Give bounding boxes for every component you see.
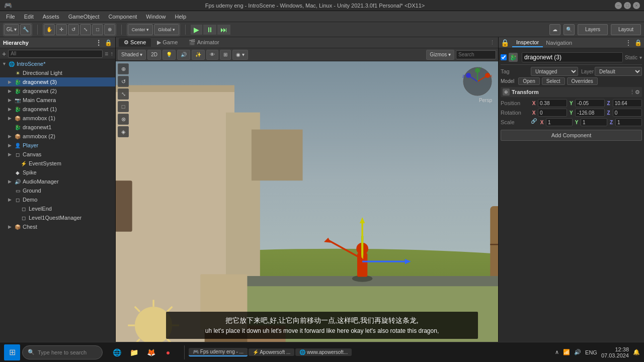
tray-network[interactable]: 📶 <box>563 349 570 355</box>
hierarchy-sort-btn[interactable]: ↑ <box>110 50 113 57</box>
tray-arrow[interactable]: ∧ <box>555 349 559 355</box>
tree-item-ammobox2[interactable]: ▶ 📦 ammobox (2) <box>0 132 115 141</box>
tree-item-levelend[interactable]: ◻ LevelEnd <box>0 204 115 213</box>
hierarchy-lock-btn[interactable]: 🔒 <box>105 39 112 46</box>
scene-search[interactable] <box>456 50 496 59</box>
tree-item-introscene[interactable]: ▼ 🌐 IntroScene* <box>0 59 115 68</box>
transform-header[interactable]: ⊕ Transform ⋮ ⚙ <box>501 87 642 97</box>
tray-notification[interactable]: 🔔 <box>633 349 640 355</box>
object-active-checkbox[interactable] <box>501 54 507 60</box>
add-gameobject-btn[interactable]: + <box>2 50 6 58</box>
tab-scene[interactable]: ⚙ Scene <box>119 38 151 47</box>
taskbar-web-item[interactable]: 🌐 www.apowersoft... <box>295 348 352 356</box>
tool-icon-3[interactable]: ⤡ <box>118 88 129 100</box>
minimize-button[interactable]: – <box>615 2 622 9</box>
layers-btn[interactable]: Layers <box>578 24 608 35</box>
scale-z-value[interactable]: 1 <box>615 118 642 126</box>
tool-icon-6[interactable]: ◈ <box>118 126 129 137</box>
hand-tool[interactable]: ✋ <box>44 24 55 35</box>
menu-gameobject[interactable]: GameObject <box>64 13 104 21</box>
effects-btn[interactable]: ✨ <box>192 50 205 60</box>
scale-tool[interactable]: ⤡ <box>80 24 91 35</box>
tab-inspector[interactable]: Inspector <box>512 38 543 47</box>
select-btn[interactable]: Select <box>542 77 565 85</box>
transform-settings[interactable]: ⚙ <box>635 89 640 96</box>
static-arrow[interactable]: ▾ <box>639 55 642 60</box>
hierarchy-menu-btn[interactable]: ⋮ <box>96 39 102 46</box>
taskbar-chrome[interactable]: 🌐 <box>109 344 125 360</box>
tab-game[interactable]: ▶ Game <box>152 38 183 47</box>
global-btn[interactable]: Global ▾ <box>154 24 179 35</box>
gizmos-btn[interactable]: Gizmos ▾ <box>426 50 454 60</box>
tree-item-ammobox1[interactable]: ▶ 📦 ammobox (1) <box>0 114 115 123</box>
move-tool[interactable]: ✛ <box>56 24 67 35</box>
tree-item-dragonewt1[interactable]: ▶ 🐉 dragonewt (1) <box>0 105 115 114</box>
menu-file[interactable]: File <box>2 13 19 21</box>
view2d-btn[interactable]: 2D <box>147 50 161 60</box>
grid-btn[interactable]: ⊞ <box>220 50 231 60</box>
scale-x-value[interactable]: 1 <box>546 118 573 126</box>
rect-tool[interactable]: □ <box>92 24 103 35</box>
tree-item-level1quest[interactable]: ◻ Level1QuestManager <box>0 213 115 222</box>
menu-help[interactable]: Help <box>171 13 190 21</box>
hierarchy-search[interactable] <box>8 50 103 58</box>
pos-x-value[interactable]: 0.38 <box>538 99 567 107</box>
collab-btn[interactable]: ☁ <box>549 24 560 35</box>
open-btn[interactable]: Open <box>518 77 539 85</box>
tree-item-canvas[interactable]: ▶ ◻ Canvas <box>0 150 115 159</box>
tree-item-dragonewt2[interactable]: ▶ 🐉 dragonewt (2) <box>0 86 115 96</box>
tab-navigation[interactable]: Navigation <box>546 40 572 46</box>
scale-y-value[interactable]: 1 <box>581 118 607 126</box>
taskbar-unity-item[interactable]: 🎮 Fps udemy eng - ... <box>189 348 248 356</box>
tree-item-ground[interactable]: ▭ Ground <box>0 186 115 195</box>
inspector-settings-btn[interactable]: 🔒 <box>634 39 642 46</box>
taskbar-app1[interactable]: ● <box>160 344 176 360</box>
tag-dropdown[interactable]: Untagged <box>531 67 578 76</box>
menu-window[interactable]: Window <box>142 13 170 21</box>
tree-item-demo[interactable]: ▶ ◻ Demo <box>0 195 115 204</box>
light-btn[interactable]: 💡 <box>163 50 176 60</box>
tool-icon-1[interactable]: ⊕ <box>118 63 129 74</box>
pos-z-value[interactable]: 10.64 <box>613 99 642 107</box>
tool-icon-2[interactable]: ↺ <box>118 76 129 87</box>
tray-lang[interactable]: ENG <box>585 349 597 355</box>
taskbar-search[interactable]: 🔍 Type here to search <box>22 345 103 359</box>
menu-component[interactable]: Component <box>104 13 141 21</box>
layer-dropdown[interactable]: Default <box>595 67 642 76</box>
persp-label[interactable]: Persp <box>479 98 492 103</box>
taskbar-firefox[interactable]: 🦊 <box>143 344 159 360</box>
overrides-btn[interactable]: Overrides <box>567 77 598 85</box>
menu-edit[interactable]: Edit <box>20 13 38 21</box>
rotate-tool[interactable]: ↺ <box>68 24 79 35</box>
viewport-more-btn[interactable]: ⋮ <box>490 39 495 46</box>
step-button[interactable]: ⏭ <box>217 25 230 35</box>
shading-btn[interactable]: Shaded ▾ <box>118 50 146 60</box>
hierarchy-filter-btn[interactable]: ≡ <box>105 50 108 57</box>
tree-item-main-camera[interactable]: ▶ 📷 Main Camera <box>0 96 115 105</box>
rot-z-value[interactable]: 0 <box>613 109 642 117</box>
gl-button[interactable]: GL ▾ <box>4 24 19 35</box>
tree-item-eventsystem[interactable]: ⚡ EventSystem <box>0 159 115 168</box>
tray-volume[interactable]: 🔊 <box>574 349 581 355</box>
tree-item-dragonewt-plain[interactable]: 🐉 dragonewt1 <box>0 123 115 132</box>
taskbar-apowersoft-item[interactable]: ⚡ Apowersoft ... <box>249 348 294 356</box>
pivot-btn[interactable]: Center ▾ <box>128 24 153 35</box>
inspector-more-btn[interactable]: ⋮ <box>625 39 631 46</box>
pause-button[interactable]: ⏸ <box>203 25 216 35</box>
add-component-button[interactable]: Add Component <box>501 130 642 141</box>
audio-btn[interactable]: 🔊 <box>177 50 190 60</box>
start-button[interactable]: ⊞ <box>4 344 20 360</box>
tree-item-audiomanager[interactable]: ▶ 🔊 AudioManager <box>0 177 115 186</box>
tree-item-directional-light[interactable]: ☀ Directional Light <box>0 68 115 77</box>
tool-icon-4[interactable]: □ <box>118 101 129 112</box>
extra-btn[interactable]: ◉ ▾ <box>232 50 248 60</box>
close-button[interactable]: × <box>633 2 640 9</box>
taskbar-explorer[interactable]: 📁 <box>126 344 142 360</box>
play-button[interactable]: ▶ <box>191 25 202 35</box>
layout-btn[interactable]: Layout <box>611 24 641 35</box>
object-name-field[interactable] <box>522 52 623 62</box>
tree-item-player[interactable]: ▶ 👤 Player <box>0 141 115 150</box>
inspector-lock-btn[interactable]: 🔒 <box>501 39 509 47</box>
tree-item-chest[interactable]: ▶ 📦 Chest <box>0 222 115 231</box>
tab-animator[interactable]: 🎬 Animator <box>184 38 224 47</box>
